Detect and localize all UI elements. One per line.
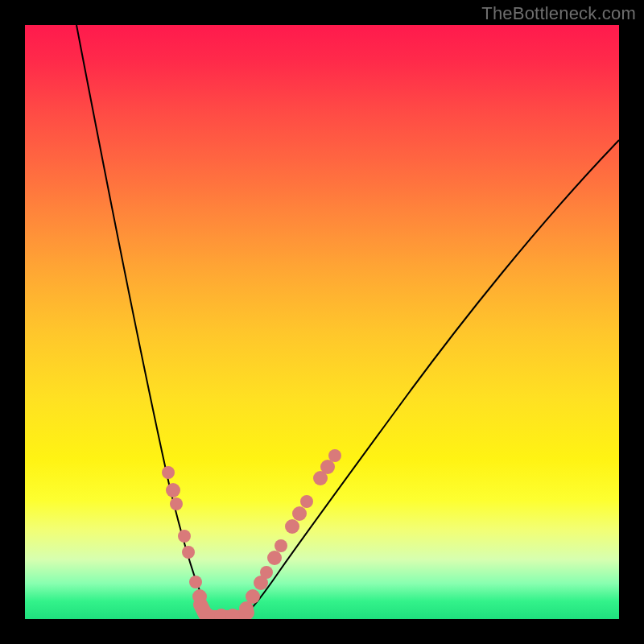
data-dot [170,497,183,510]
data-dot [192,589,207,604]
data-dot [292,506,307,521]
plot-area [25,25,619,619]
data-dot [178,530,191,543]
chart-frame: TheBottleneck.com [0,0,644,644]
chart-svg [25,25,619,619]
data-dot [328,449,341,462]
data-dot [300,495,313,508]
data-dot [275,539,287,552]
data-dot [225,609,240,619]
curve-left [76,25,212,617]
data-dot [267,551,282,565]
dots-group [162,449,341,619]
watermark-text: TheBottleneck.com [481,3,636,24]
data-dot [285,519,299,534]
curve-right [242,140,619,617]
data-dot [182,546,195,559]
data-dot [320,460,335,474]
data-dot [189,576,202,588]
data-dot [246,589,260,604]
data-dot [260,566,273,579]
data-dot [162,466,175,479]
data-dot [166,483,180,497]
